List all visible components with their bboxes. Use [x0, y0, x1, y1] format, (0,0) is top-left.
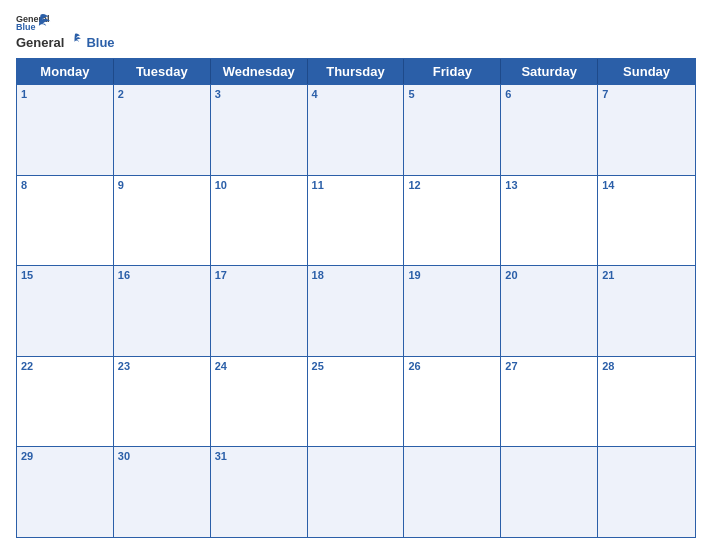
calendar-day-9: 9 [114, 176, 211, 266]
date-number: 12 [408, 179, 420, 191]
calendar-day-empty [404, 447, 501, 537]
date-number: 15 [21, 269, 33, 281]
date-number: 2 [118, 88, 124, 100]
date-number: 24 [215, 360, 227, 372]
date-number: 23 [118, 360, 130, 372]
logo-bird-icon [66, 33, 84, 47]
calendar-day-17: 17 [211, 266, 308, 356]
calendar-day-31: 31 [211, 447, 308, 537]
calendar-day-27: 27 [501, 357, 598, 447]
date-number: 11 [312, 179, 324, 191]
date-number: 1 [21, 88, 27, 100]
calendar-week-3: 15161718192021 [17, 265, 695, 356]
calendar-day-5: 5 [404, 85, 501, 175]
calendar-day-2: 2 [114, 85, 211, 175]
date-number: 25 [312, 360, 324, 372]
calendar-day-23: 23 [114, 357, 211, 447]
date-number: 14 [602, 179, 614, 191]
date-number: 13 [505, 179, 517, 191]
date-number: 8 [21, 179, 27, 191]
header-day-saturday: Saturday [501, 59, 598, 84]
header-day-tuesday: Tuesday [114, 59, 211, 84]
logo-icon: General Blue [16, 13, 52, 31]
calendar-grid: MondayTuesdayWednesdayThursdayFridaySatu… [16, 58, 696, 538]
header-day-thursday: Thursday [308, 59, 405, 84]
calendar-page: General Blue General Blue MondayTuesdayW… [0, 0, 712, 550]
calendar-header: MondayTuesdayWednesdayThursdayFridaySatu… [17, 59, 695, 84]
calendar-day-10: 10 [211, 176, 308, 266]
logo-text-blue: Blue [86, 35, 114, 50]
calendar-day-28: 28 [598, 357, 695, 447]
calendar-day-8: 8 [17, 176, 114, 266]
logo-text-general: General [16, 35, 64, 50]
date-number: 6 [505, 88, 511, 100]
calendar-day-12: 12 [404, 176, 501, 266]
calendar-day-empty [598, 447, 695, 537]
date-number: 26 [408, 360, 420, 372]
calendar-day-7: 7 [598, 85, 695, 175]
calendar-day-13: 13 [501, 176, 598, 266]
calendar-day-19: 19 [404, 266, 501, 356]
calendar-day-24: 24 [211, 357, 308, 447]
date-number: 20 [505, 269, 517, 281]
calendar-day-18: 18 [308, 266, 405, 356]
date-number: 10 [215, 179, 227, 191]
calendar-day-6: 6 [501, 85, 598, 175]
calendar-day-11: 11 [308, 176, 405, 266]
calendar-day-15: 15 [17, 266, 114, 356]
date-number: 19 [408, 269, 420, 281]
date-number: 18 [312, 269, 324, 281]
header-day-wednesday: Wednesday [211, 59, 308, 84]
calendar-week-5: 293031 [17, 446, 695, 537]
calendar-day-22: 22 [17, 357, 114, 447]
header-day-sunday: Sunday [598, 59, 695, 84]
calendar-day-1: 1 [17, 85, 114, 175]
calendar-day-29: 29 [17, 447, 114, 537]
calendar-day-20: 20 [501, 266, 598, 356]
calendar-body: 1234567891011121314151617181920212223242… [17, 84, 695, 537]
calendar-week-4: 22232425262728 [17, 356, 695, 447]
date-number: 31 [215, 450, 227, 462]
calendar-week-1: 1234567 [17, 84, 695, 175]
calendar-day-21: 21 [598, 266, 695, 356]
calendar-day-26: 26 [404, 357, 501, 447]
date-number: 30 [118, 450, 130, 462]
calendar-day-25: 25 [308, 357, 405, 447]
date-number: 21 [602, 269, 614, 281]
page-header: General Blue General Blue [16, 12, 696, 50]
calendar-day-3: 3 [211, 85, 308, 175]
date-number: 3 [215, 88, 221, 100]
date-number: 17 [215, 269, 227, 281]
calendar-day-14: 14 [598, 176, 695, 266]
date-number: 9 [118, 179, 124, 191]
calendar-week-2: 891011121314 [17, 175, 695, 266]
date-number: 22 [21, 360, 33, 372]
date-number: 28 [602, 360, 614, 372]
calendar-day-empty [501, 447, 598, 537]
date-number: 27 [505, 360, 517, 372]
calendar-day-30: 30 [114, 447, 211, 537]
date-number: 29 [21, 450, 33, 462]
date-number: 4 [312, 88, 318, 100]
calendar-day-4: 4 [308, 85, 405, 175]
header-day-monday: Monday [17, 59, 114, 84]
logo: General Blue General Blue [16, 12, 115, 50]
calendar-day-16: 16 [114, 266, 211, 356]
date-number: 7 [602, 88, 608, 100]
header-day-friday: Friday [404, 59, 501, 84]
svg-text:Blue: Blue [16, 22, 36, 31]
date-number: 5 [408, 88, 414, 100]
calendar-day-empty [308, 447, 405, 537]
date-number: 16 [118, 269, 130, 281]
